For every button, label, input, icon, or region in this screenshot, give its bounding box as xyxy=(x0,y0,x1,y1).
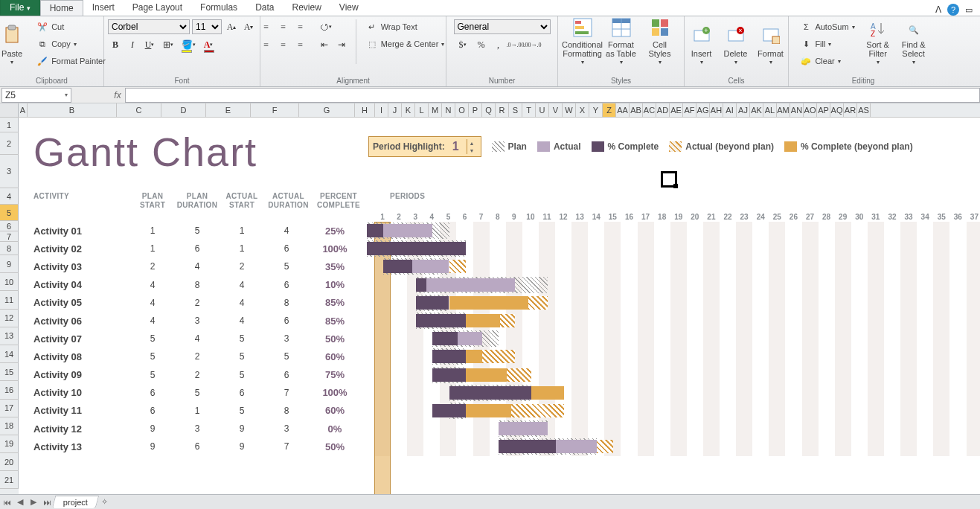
font-name-select[interactable]: Corbel xyxy=(108,19,190,34)
row-header-4[interactable]: 4 xyxy=(0,188,19,205)
row-header-10[interactable]: 10 xyxy=(0,273,19,291)
col-header-N[interactable]: N xyxy=(442,103,455,117)
orientation-button[interactable]: ⭯▾ xyxy=(317,19,335,34)
col-header-M[interactable]: M xyxy=(429,103,442,117)
wrap-text-button[interactable]: ↵Wrap Text xyxy=(363,19,448,34)
col-header-AN[interactable]: AN xyxy=(790,103,804,117)
name-box[interactable]: Z5▾ xyxy=(1,88,71,103)
col-header-AC[interactable]: AC xyxy=(643,103,656,117)
fx-icon[interactable]: fx xyxy=(110,90,125,100)
col-header-AI[interactable]: AI xyxy=(723,103,737,117)
col-header-T[interactable]: T xyxy=(522,103,536,117)
col-header-F[interactable]: F xyxy=(251,103,299,117)
bold-button[interactable]: B xyxy=(108,37,123,52)
clear-button[interactable]: 🧽Clear ▾ xyxy=(797,54,857,68)
align-left-button[interactable]: ≡ xyxy=(259,37,274,52)
format-as-table-button[interactable]: Format as Table▾ xyxy=(604,19,638,68)
active-cell-cursor[interactable] xyxy=(661,171,677,188)
row-header-19[interactable]: 19 xyxy=(0,435,19,453)
col-header-AL[interactable]: AL xyxy=(763,103,777,117)
col-header-P[interactable]: P xyxy=(469,103,482,117)
select-all-corner[interactable] xyxy=(0,103,19,117)
tab-page-layout[interactable]: Page Layout xyxy=(124,0,191,16)
comma-button[interactable]: , xyxy=(491,37,506,52)
sheet-nav-prev[interactable]: ◀ xyxy=(13,497,27,505)
col-header-AK[interactable]: AK xyxy=(750,103,763,117)
format-cells-button[interactable]: Format▾ xyxy=(755,19,787,68)
sheet-nav-last[interactable]: ⏭ xyxy=(40,498,54,505)
font-size-select[interactable]: 11 xyxy=(192,19,222,34)
find-select-button[interactable]: 🔍Find & Select▾ xyxy=(898,19,929,68)
col-header-B[interactable]: B xyxy=(28,103,117,117)
minimize-ribbon-icon[interactable]: ᐱ xyxy=(935,4,941,15)
period-highlight-down[interactable]: ▼ xyxy=(467,147,477,154)
col-header-J[interactable]: J xyxy=(388,103,402,117)
col-header-D[interactable]: D xyxy=(161,103,206,117)
cut-button[interactable]: ✂️Cut xyxy=(33,19,109,34)
new-sheet-button[interactable]: ✧ xyxy=(97,497,111,505)
col-header-Z[interactable]: Z xyxy=(603,103,616,117)
row-header-7[interactable]: 7 xyxy=(0,231,19,242)
font-color-button[interactable]: A▾ xyxy=(199,37,217,52)
formula-input[interactable] xyxy=(125,88,980,103)
cell-styles-button[interactable]: Cell Styles▾ xyxy=(643,19,677,68)
align-middle-button[interactable]: ≡ xyxy=(276,19,291,34)
col-header-L[interactable]: L xyxy=(415,103,429,117)
italic-button[interactable]: I xyxy=(125,37,140,52)
border-button[interactable]: ⊞▾ xyxy=(159,37,177,52)
file-tab[interactable]: File ▾ xyxy=(0,0,40,16)
sheet-tab-project[interactable]: project xyxy=(52,496,100,505)
row-header-8[interactable]: 8 xyxy=(0,242,19,255)
col-header-W[interactable]: W xyxy=(563,103,576,117)
percent-button[interactable]: % xyxy=(474,37,489,52)
sort-filter-button[interactable]: AZSort & Filter▾ xyxy=(862,19,894,68)
decrease-decimal-button[interactable]: .00→.0 xyxy=(525,37,540,52)
col-header-AG[interactable]: AG xyxy=(696,103,710,117)
row-header-1[interactable]: 1 xyxy=(0,118,19,132)
col-header-O[interactable]: O xyxy=(455,103,469,117)
sheet-nav-next[interactable]: ▶ xyxy=(27,497,40,505)
increase-indent-button[interactable]: ⇥ xyxy=(334,37,349,52)
align-bottom-button[interactable]: ≡ xyxy=(293,19,308,34)
row-header-18[interactable]: 18 xyxy=(0,417,19,435)
col-header-AP[interactable]: AP xyxy=(817,103,830,117)
col-header-H[interactable]: H xyxy=(355,103,375,117)
row-header-5[interactable]: 5 xyxy=(0,205,19,221)
col-header-Q[interactable]: Q xyxy=(482,103,496,117)
increase-decimal-button[interactable]: .0→.00 xyxy=(508,37,523,52)
row-header-6[interactable]: 6 xyxy=(0,221,19,231)
row-header-20[interactable]: 20 xyxy=(0,453,19,471)
col-header-AH[interactable]: AH xyxy=(710,103,723,117)
col-header-AS[interactable]: AS xyxy=(857,103,871,117)
tab-insert[interactable]: Insert xyxy=(83,0,124,16)
col-header-AQ[interactable]: AQ xyxy=(830,103,844,117)
sheet-nav-first[interactable]: ⏮ xyxy=(0,498,13,505)
format-painter-button[interactable]: 🖌️Format Painter xyxy=(33,54,109,68)
col-header-AO[interactable]: AO xyxy=(804,103,817,117)
window-box-icon[interactable]: ▭ xyxy=(965,5,973,15)
col-header-Y[interactable]: Y xyxy=(589,103,603,117)
col-header-AF[interactable]: AF xyxy=(683,103,696,117)
col-header-AD[interactable]: AD xyxy=(656,103,670,117)
merge-center-button[interactable]: ⬚Merge & Center ▾ xyxy=(363,36,448,51)
paste-button[interactable]: Paste▾ xyxy=(0,19,29,68)
tab-home[interactable]: Home xyxy=(40,0,83,16)
decrease-indent-button[interactable]: ⇤ xyxy=(317,37,332,52)
row-header-16[interactable]: 16 xyxy=(0,381,19,399)
align-center-button[interactable]: ≡ xyxy=(276,37,291,52)
row-header-12[interactable]: 12 xyxy=(0,310,19,327)
col-header-AJ[interactable]: AJ xyxy=(737,103,750,117)
tab-view[interactable]: View xyxy=(330,0,368,16)
col-header-I[interactable]: I xyxy=(375,103,388,117)
grow-font-button[interactable]: A▴ xyxy=(224,19,239,34)
col-header-AR[interactable]: AR xyxy=(844,103,857,117)
row-header-21[interactable]: 21 xyxy=(0,471,19,489)
col-header-U[interactable]: U xyxy=(536,103,549,117)
underline-button[interactable]: U▾ xyxy=(142,37,157,52)
row-header-3[interactable]: 3 xyxy=(0,155,19,188)
align-top-button[interactable]: ≡ xyxy=(259,19,274,34)
help-icon[interactable]: ? xyxy=(947,4,959,16)
row-header-9[interactable]: 9 xyxy=(0,255,19,273)
row-header-14[interactable]: 14 xyxy=(0,345,19,363)
copy-button[interactable]: ⧉Copy ▾ xyxy=(33,36,109,51)
